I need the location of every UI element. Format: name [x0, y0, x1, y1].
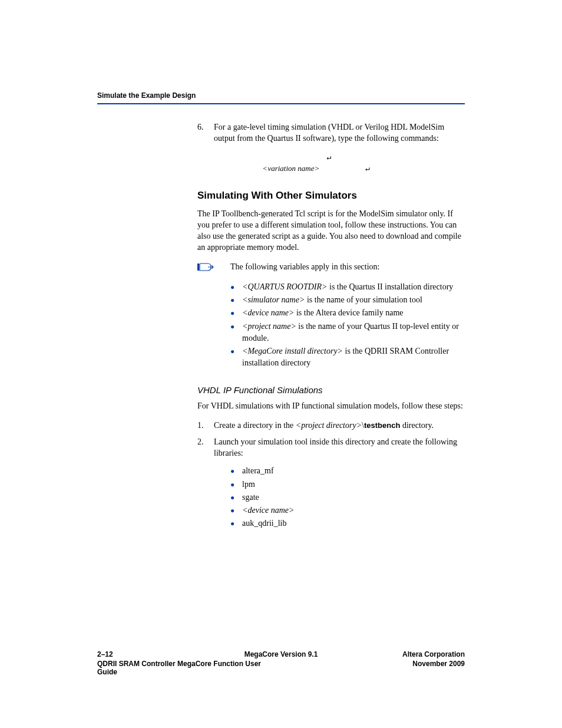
bullet-icon: ●: [230, 518, 242, 529]
lib-name: sgate: [242, 492, 465, 503]
list-item: ●<QUARTUS ROOTDIR> is the Quartus II ins…: [230, 281, 465, 293]
running-header: Simulate the Example Design: [97, 91, 465, 100]
date: November 2009: [281, 660, 465, 668]
step-6: 6. For a gate-level timing simulation (V…: [197, 122, 465, 144]
dirname: testbench: [364, 421, 400, 430]
var-desc: is the Quartus II installation directory: [328, 282, 454, 291]
step-number: 2.: [197, 437, 214, 459]
var-desc: is the Altera device family name: [294, 308, 403, 317]
cmd-line2-prefix: source: [230, 164, 263, 173]
lib-name: lpm: [242, 479, 465, 490]
list-item: ●<device name> is the Altera device fami…: [230, 307, 465, 319]
list-item: ●auk_qdrii_lib: [230, 518, 465, 529]
doc-title: QDRII SRAM Controller MegaCore Function …: [97, 660, 281, 676]
list-item: ●sgate: [230, 492, 465, 503]
note: The following variables apply in this se…: [197, 262, 465, 275]
step-body: Launch your simulation tool inside this …: [214, 437, 465, 459]
var-name: <device name>: [242, 308, 294, 317]
bullet-icon: ●: [230, 465, 242, 477]
step-2: 2. Launch your simulation tool inside th…: [197, 437, 465, 459]
var-name: <MegaCore install directory>: [242, 347, 343, 355]
bullet-icon: ●: [230, 492, 242, 503]
note-text: The following variables apply in this se…: [230, 262, 465, 273]
step-body: Create a directory in the <project direc…: [214, 420, 465, 431]
list-item: ●<device name>: [230, 505, 465, 516]
list-item: ●<project name> is the name of your Quar…: [230, 321, 465, 345]
svg-rect-0: [197, 263, 199, 271]
list-item: ●<MegaCore install directory> is the QDR…: [230, 345, 465, 370]
var-name: <project name>: [242, 322, 296, 331]
step-1: 1. Create a directory in the <project di…: [197, 420, 465, 431]
para-sim-intro: The IP Toollbench-generated Tcl script i…: [197, 209, 465, 253]
bullet-icon: ●: [230, 294, 242, 306]
variable-list: ●<QUARTUS ROOTDIR> is the Quartus II ins…: [230, 281, 465, 370]
var-name: <simulator name>: [242, 295, 305, 304]
bullet-icon: ●: [230, 307, 242, 319]
note-icon: [197, 262, 230, 275]
list-item: ●lpm: [230, 479, 465, 490]
company: Altera Corporation: [281, 650, 465, 658]
lib-name: auk_qdrii_lib: [242, 518, 465, 529]
return-icon: ↵: [365, 164, 370, 173]
bullet-icon: ●: [230, 505, 242, 516]
header-rule: [97, 103, 465, 104]
para-vhdl-intro: For VHDL simulations with IP functional …: [197, 401, 465, 412]
bullet-icon: ●: [230, 321, 242, 345]
page-footer: 2–12 QDRII SRAM Controller MegaCore Func…: [97, 650, 465, 676]
bullet-icon: ●: [230, 479, 242, 490]
var-name: <QUARTUS ROOTDIR>: [242, 282, 328, 291]
list-item: ●<simulator name> is the name of your si…: [230, 294, 465, 306]
command-block: set use_gate_model 1 ↵ source <variation…: [230, 153, 465, 174]
page-number: 2–12: [97, 650, 281, 658]
library-list: ●altera_mf ●lpm ●sgate ●<device name> ●a…: [230, 465, 465, 529]
step-number: 1.: [197, 420, 214, 431]
cmd-line1-text: set use_gate_model 1: [230, 153, 327, 162]
bullet-icon: ●: [230, 345, 242, 370]
heading-vhdl: VHDL IP Functional Simulations: [197, 385, 465, 395]
cmd-variation-name: <variation name>: [263, 164, 320, 173]
step-number: 6.: [197, 122, 214, 144]
return-icon: ↵: [327, 153, 332, 162]
main-content: 6. For a gate-level timing simulation (V…: [197, 122, 465, 530]
lib-name: altera_mf: [242, 465, 465, 477]
lib-name: <device name>: [242, 505, 465, 516]
step-body: For a gate-level timing simulation (VHDL…: [214, 122, 465, 144]
heading-simulating-other: Simulating With Other Simulators: [197, 190, 465, 202]
text: directory.: [400, 421, 434, 430]
cmd-line2-suffix: _vsim.tcl: [319, 164, 361, 173]
var: <project directory>: [296, 421, 362, 430]
text: Create a directory in the: [214, 421, 296, 430]
list-item: ●altera_mf: [230, 465, 465, 477]
bullet-icon: ●: [230, 281, 242, 293]
page: Simulate the Example Design 6. For a gat…: [0, 0, 562, 728]
var-desc: is the name of your simulation tool: [305, 295, 422, 304]
